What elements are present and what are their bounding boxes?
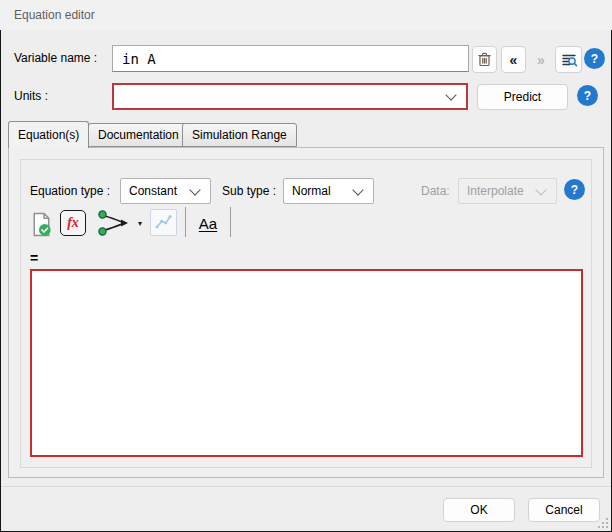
tab-documentation[interactable]: Documentation	[88, 123, 189, 147]
chevrons-right-icon: »	[537, 53, 545, 67]
delete-variable-button[interactable]	[472, 46, 497, 73]
tab-label: Equation(s)	[18, 128, 79, 142]
font-icon: Aa	[199, 215, 217, 232]
previous-variable-button[interactable]: «	[501, 46, 526, 73]
equation-editor-dialog: Equation editor Variable name : « » ? Un…	[0, 0, 612, 532]
data-label: Data:	[421, 184, 450, 198]
graph-lookup-button[interactable]	[150, 209, 177, 236]
sub-type-label: Sub type :	[222, 184, 276, 198]
resize-grip-icon[interactable]	[597, 517, 609, 529]
cancel-button[interactable]: Cancel	[528, 498, 600, 522]
equation-type-value: Constant	[121, 184, 191, 198]
font-button[interactable]: Aa	[194, 211, 222, 235]
help-glyph: ?	[591, 52, 598, 66]
predict-button[interactable]: Predict	[477, 84, 568, 110]
chevron-down-icon	[352, 184, 363, 195]
variable-name-input[interactable]	[112, 45, 469, 72]
trash-icon	[476, 51, 493, 68]
variable-name-label: Variable name :	[14, 51, 97, 65]
check-syntax-button[interactable]	[27, 209, 55, 239]
chevron-down-icon	[445, 89, 456, 100]
help-glyph: ?	[584, 89, 591, 103]
equation-help-icon[interactable]: ?	[564, 179, 585, 200]
footer-separator	[1, 486, 611, 487]
window-title: Equation editor	[14, 0, 95, 30]
units-combobox[interactable]	[112, 83, 468, 110]
sub-type-select[interactable]: Normal	[283, 178, 374, 204]
help-icon[interactable]: ?	[584, 48, 605, 69]
toolbar-separator	[230, 207, 231, 237]
data-value: Interpolate	[459, 184, 537, 198]
caret-down-icon: ▾	[138, 219, 142, 228]
help-glyph: ?	[571, 183, 578, 197]
document-check-icon	[29, 211, 54, 238]
insert-function-button[interactable]: fx	[60, 210, 86, 236]
equation-type-select[interactable]: Constant	[120, 178, 211, 204]
tab-simulation-range[interactable]: Simulation Range	[182, 123, 297, 147]
tab-label: Documentation	[98, 128, 179, 142]
chevron-down-icon	[535, 184, 546, 195]
causes-tree-button[interactable]	[97, 209, 131, 237]
toolbar-separator	[185, 207, 186, 237]
causes-tree-dropdown-button[interactable]: ▾	[134, 213, 146, 233]
fx-icon: fx	[60, 210, 86, 236]
units-label: Units :	[14, 89, 48, 103]
next-variable-button[interactable]: »	[529, 46, 553, 73]
equation-type-label: Equation type :	[30, 184, 110, 198]
tab-equations[interactable]: Equation(s)	[8, 121, 89, 148]
tab-label: Simulation Range	[192, 128, 287, 142]
chevrons-left-icon: «	[510, 53, 518, 67]
chart-icon	[150, 209, 177, 236]
sub-type-value: Normal	[284, 184, 354, 198]
units-help-icon[interactable]: ?	[577, 85, 598, 106]
equation-input[interactable]	[30, 269, 583, 457]
variable-nodes-icon	[97, 209, 131, 237]
document-search-icon	[560, 51, 578, 69]
equals-label: =	[30, 250, 38, 266]
titlebar: Equation editor	[0, 0, 612, 30]
data-select: Interpolate	[458, 178, 557, 204]
chevron-down-icon	[189, 184, 200, 195]
ok-button[interactable]: OK	[443, 498, 515, 522]
search-variable-button[interactable]	[555, 46, 582, 73]
